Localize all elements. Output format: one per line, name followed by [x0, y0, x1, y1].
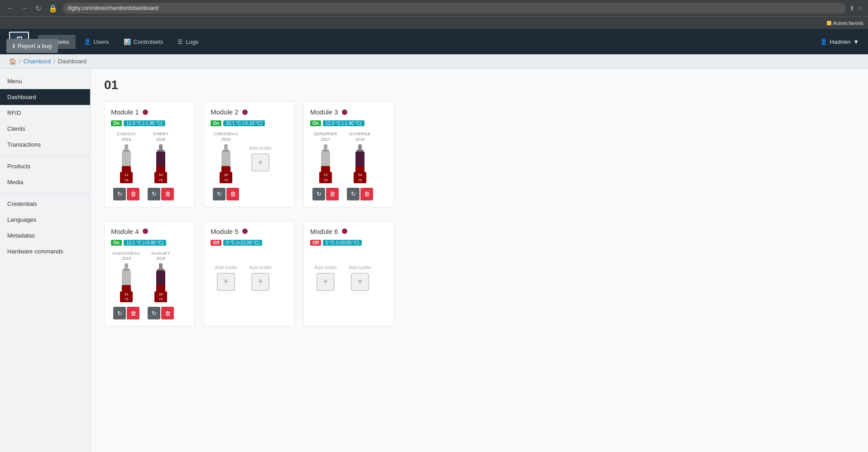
bottle-chery-img: 5475 [153, 143, 169, 184]
module-2-bottles: CHESNEAU 2019 [211, 132, 288, 200]
bottle-chesneau-refresh[interactable]: ↻ [213, 188, 225, 200]
sidebar-item-languages[interactable]: Languages [0, 212, 90, 228]
bottle-gendrier-name: GENDRIER [314, 132, 337, 137]
bottle-chery-actions: ↻ 🗑 [148, 188, 174, 200]
add-bottle-label-6-1: Add bottle [314, 265, 337, 270]
report-bug-button[interactable]: ℹ Report a bug [6, 39, 58, 53]
bottle-givierge-refresh[interactable]: ↻ [347, 188, 360, 200]
svg-rect-8 [224, 144, 228, 150]
bottle-huguet-delete[interactable]: 🗑 [161, 307, 174, 319]
bottle-chery-delete[interactable]: 🗑 [161, 188, 174, 200]
bottle-huguet-actions: ↻ 🗑 [148, 307, 174, 319]
sidebar-item-menu[interactable]: Menu [0, 73, 90, 89]
bookmark-icon[interactable]: ☆ [858, 5, 863, 12]
sidebar-item-metadatas[interactable]: Metadatas [0, 228, 90, 243]
sidebar-item-transactions[interactable]: Transactions [0, 137, 90, 152]
module-1-header: Module 1 [111, 108, 188, 116]
sidebar-divider-2 [0, 193, 90, 193]
bottle-hahusseau-delete[interactable]: 🗑 [127, 307, 139, 319]
module-4-temp-badge: 12.1 °C (+3.90 °C) [124, 240, 166, 246]
bottle-givierge-delete[interactable]: 🗑 [360, 188, 373, 200]
add-bottle-label-5-1: Add bottle [215, 265, 237, 270]
sidebar-item-rfid[interactable]: RFID [0, 105, 90, 121]
page-number: 01 [104, 78, 854, 92]
add-bottle-label-6-2: Add bottle [349, 265, 371, 270]
svg-rect-17 [356, 150, 364, 152]
bottle-chery-refresh[interactable]: ↻ [148, 188, 160, 200]
bookmark-item[interactable]: Autres favoris [827, 20, 863, 26]
sidebar-item-products[interactable]: Products [0, 158, 90, 174]
module-2-title: Module 2 [211, 108, 239, 116]
svg-rect-20 [125, 263, 128, 269]
bottle-cadoux-refresh[interactable]: ↻ [113, 188, 126, 200]
bottle-chesneau-name: CHESNEAU [214, 132, 238, 137]
module-2-temp-badge: 15.1 °C (-5.10 °C) [223, 120, 265, 126]
svg-rect-13 [322, 150, 329, 152]
module-1-status-dot [143, 109, 148, 115]
module-5-status-dot [242, 228, 248, 234]
sidebar-item-credentials[interactable]: Credentials [0, 196, 90, 212]
bottle-cadoux-img: 1275 [118, 143, 134, 184]
add-bottle-module6-2: Add bottle + [345, 251, 375, 291]
bottle-huguet-refresh[interactable]: ↻ [148, 307, 160, 319]
breadcrumb-sep1: / [19, 58, 21, 65]
bottle-givierge-name: GIVIERGE [349, 132, 371, 137]
nav-user[interactable]: 👤 Hadrien ▼ [820, 38, 859, 45]
bottle-hahusseau-refresh[interactable]: ↻ [113, 307, 126, 319]
address-bar[interactable]: digby.com/store/chambord/dashboard [63, 3, 846, 14]
bottle-givierge: GIVIERGE 2018 [345, 132, 375, 200]
module-1-temp-badge: 11.9 °C (-1.90 °C) [124, 120, 165, 126]
module-5-badges: Off 0 °C (+12.00 °C) [211, 240, 288, 246]
add-bottle-label-5-2: Add bottle [249, 265, 272, 270]
forward-button[interactable]: → [19, 2, 30, 14]
module-6-title: Module 6 [310, 228, 338, 235]
sidebar-divider-1 [0, 155, 90, 156]
module-4-status-dot [143, 228, 148, 234]
add-bottle-btn-2[interactable]: + [251, 153, 269, 171]
chevron-down-icon: ▼ [853, 38, 859, 45]
modules-row-2: Module 4 On 12.1 °C (+3.90 °C) HAHUSSEAU… [104, 221, 854, 327]
sidebar-item-dashboard[interactable]: Dashboard [0, 89, 90, 105]
module-4-bottles: HAHUSSEAU 2019 [111, 251, 188, 320]
nav-users[interactable]: 👤 Users [77, 35, 115, 49]
module-6-off-badge: Off [310, 240, 321, 246]
add-bottle-btn-6-2[interactable]: + [351, 273, 369, 291]
sidebar-group-main: Menu Dashboard RFID Clients Transactions [0, 73, 90, 152]
logs-icon: ☰ [177, 38, 183, 45]
module-2-badges: On 15.1 °C (-5.10 °C) [211, 120, 288, 126]
back-button[interactable]: ← [5, 2, 15, 14]
breadcrumb-current: Dashboard [58, 58, 87, 65]
nav-logs[interactable]: ☰ Logs [171, 35, 205, 49]
bottle-chesneau-delete[interactable]: 🗑 [226, 188, 239, 200]
module-3-temp-badge: 12.9 °C (-1.90 °C) [323, 120, 364, 126]
sidebar-item-media[interactable]: Media [0, 174, 90, 190]
bottle-hahusseau-img: 3375 [118, 262, 134, 303]
add-bottle-module2: Add bottle + [245, 132, 276, 171]
bottle-gendrier-refresh[interactable]: ↻ [312, 188, 325, 200]
breadcrumb-sep2: / [53, 58, 55, 65]
bottle-chery-year: 2018 [156, 137, 165, 142]
module-card-1: Module 1 On 11.9 °C (-1.90 °C) CADOUX 20… [104, 101, 195, 207]
sidebar-item-clients[interactable]: Clients [0, 121, 90, 137]
add-bottle-btn-5-2[interactable]: + [251, 273, 269, 291]
add-bottle-btn-6-1[interactable]: + [317, 273, 335, 291]
bottle-cadoux-delete[interactable]: 🗑 [127, 188, 139, 200]
module-card-2: Module 2 On 15.1 °C (-5.10 °C) CHESNEAU … [204, 101, 294, 207]
breadcrumb-home[interactable]: 🏠 [9, 58, 16, 65]
bottle-gendrier-actions: ↻ 🗑 [312, 188, 339, 200]
bottle-cadoux: CADOUX 2019 [111, 132, 142, 200]
bottle-hahusseau-actions: ↻ 🗑 [113, 307, 139, 319]
nav-controlsets[interactable]: 📊 Controlsets [117, 35, 170, 49]
bottle-cadoux-year: 2019 [122, 137, 131, 142]
add-bottle-module5-1: Add bottle + [211, 251, 241, 291]
reload-button[interactable]: ↻ [34, 2, 43, 14]
share-icon: ⬆ [849, 5, 855, 12]
svg-rect-16 [358, 144, 362, 150]
add-bottle-btn-5-1[interactable]: + [217, 273, 235, 291]
module-3-on-badge: On [310, 120, 321, 126]
breadcrumb-store[interactable]: Chambord [24, 58, 51, 65]
module-6-temp-badge: 0 °C (+20.00 °C) [323, 240, 362, 246]
sidebar-item-hardware-commands[interactable]: Hardware commands [0, 243, 90, 259]
module-1-bottles: CADOUX 2019 [111, 132, 188, 200]
bottle-gendrier-delete[interactable]: 🗑 [326, 188, 339, 200]
